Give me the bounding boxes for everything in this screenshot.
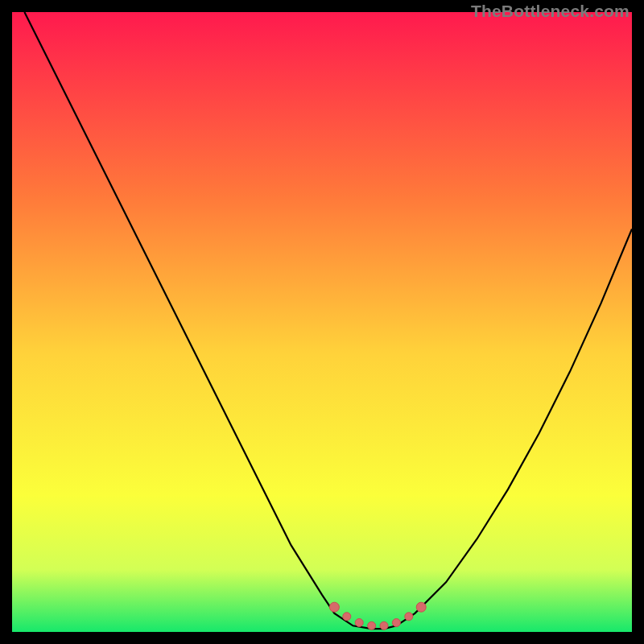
gradient-background bbox=[12, 12, 632, 632]
chart-frame bbox=[12, 12, 632, 632]
marker-dot bbox=[368, 621, 376, 630]
marker-dot bbox=[416, 602, 426, 612]
marker-dot bbox=[355, 619, 363, 627]
marker-dot bbox=[405, 613, 413, 621]
marker-dot bbox=[329, 602, 339, 612]
marker-dot bbox=[392, 619, 400, 627]
bottleneck-chart bbox=[12, 12, 632, 632]
marker-dot bbox=[343, 613, 351, 621]
marker-dot bbox=[380, 621, 388, 630]
watermark-text: TheBottleneck.com bbox=[471, 2, 630, 21]
